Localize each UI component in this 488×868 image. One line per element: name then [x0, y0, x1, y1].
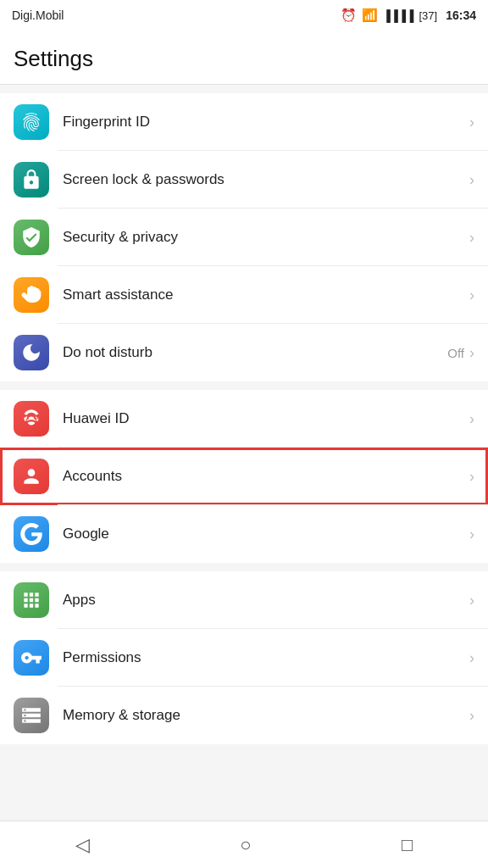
settings-item-apps[interactable]: Apps› [0, 571, 488, 629]
settings-item-google[interactable]: Google› [0, 505, 488, 563]
fingerprint-label: Fingerprint ID [63, 114, 464, 131]
person-icon [14, 459, 49, 494]
apps-label: Apps [63, 592, 464, 609]
settings-item-smart[interactable]: Smart assistance› [0, 266, 488, 324]
smart-chevron: › [469, 287, 474, 304]
back-button[interactable]: ◁ [58, 826, 107, 865]
google-icon [14, 516, 49, 552]
page-title: Settings [14, 46, 474, 72]
settings-item-permissions[interactable]: Permissions› [0, 629, 488, 687]
shield-icon [14, 220, 49, 255]
alarm-icon: ⏰ [341, 8, 357, 23]
settings-item-storage[interactable]: Memory & storage› [0, 687, 488, 744]
section-accounts: Huawei ID›Accounts›Google› [0, 390, 488, 563]
moon-icon [14, 335, 49, 370]
section-apps: Apps›Permissions›Memory & storage› [0, 571, 488, 744]
settings-item-huaweiid[interactable]: Huawei ID› [0, 390, 488, 448]
dnd-value: Off [447, 346, 464, 360]
home-button[interactable]: ○ [223, 826, 268, 865]
screenlock-label: Screen lock & passwords [63, 171, 464, 188]
huaweiid-label: Huawei ID [63, 410, 464, 427]
permissions-label: Permissions [63, 649, 464, 666]
status-icons: ⏰ 📶 ▐▐▐▐ [37] 16:34 [341, 8, 476, 23]
dnd-chevron: › [469, 344, 474, 362]
storage-icon [14, 698, 49, 733]
recents-button[interactable]: □ [385, 826, 430, 865]
google-chevron: › [469, 526, 474, 543]
signal-icon: ▐▐▐▐ [383, 9, 414, 22]
settings-item-dnd[interactable]: Do not disturbOff› [0, 324, 488, 381]
page-title-bar: Settings [0, 31, 488, 85]
huaweiid-chevron: › [469, 410, 474, 428]
time-display: 16:34 [446, 8, 476, 22]
battery-text: [37] [419, 9, 437, 22]
smart-label: Smart assistance [63, 287, 464, 303]
apps-chevron: › [469, 592, 474, 609]
fingerprint-chevron: › [469, 114, 474, 131]
google-label: Google [63, 526, 464, 542]
security-label: Security & privacy [63, 229, 464, 246]
settings-item-accounts[interactable]: Accounts› [0, 448, 488, 505]
accounts-label: Accounts [63, 468, 464, 485]
screenlock-chevron: › [469, 171, 474, 189]
storage-chevron: › [469, 707, 474, 725]
status-bar: Digi.Mobil ⏰ 📶 ▐▐▐▐ [37] 16:34 [0, 0, 488, 31]
fingerprint-icon [14, 104, 49, 140]
hand-icon [14, 277, 49, 313]
settings-item-fingerprint[interactable]: Fingerprint ID› [0, 93, 488, 151]
nav-bar: ◁ ○ □ [0, 821, 488, 868]
lock-icon [14, 162, 49, 198]
settings-item-screenlock[interactable]: Screen lock & passwords› [0, 151, 488, 209]
apps-icon [14, 582, 49, 618]
carrier-text: Digi.Mobil [12, 8, 64, 22]
wifi-icon: 📶 [362, 8, 378, 23]
permissions-chevron: › [469, 649, 474, 667]
storage-label: Memory & storage [63, 707, 464, 724]
security-chevron: › [469, 229, 474, 247]
settings-item-security[interactable]: Security & privacy› [0, 209, 488, 266]
dnd-label: Do not disturb [63, 344, 447, 361]
accounts-chevron: › [469, 468, 474, 486]
section-security: Fingerprint ID›Screen lock & passwords›S… [0, 93, 488, 381]
huawei-icon [14, 401, 49, 437]
key-icon [14, 640, 49, 676]
